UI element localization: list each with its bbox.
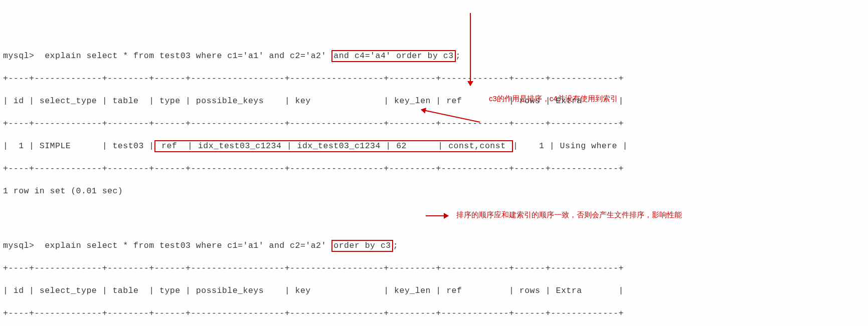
row-cells-left: | 1 | SIMPLE | test03 | — [3, 141, 154, 151]
mysql-prompt: mysql> — [3, 51, 40, 61]
sql-text: ; — [456, 51, 461, 61]
highlight-row-1: ref | idx_test03_c1234 | idx_test03_c123… — [154, 140, 513, 152]
table-sep: +----+-------------+--------+------+----… — [3, 307, 865, 320]
table-row: | 1 | SIMPLE | test03 | ref | idx_test03… — [3, 140, 865, 153]
row-cells-right: | 1 | Using where | — [513, 141, 628, 151]
table-sep: +----+-------------+--------+------+----… — [3, 262, 865, 275]
table-sep: +----+-------------+--------+------+----… — [3, 117, 865, 130]
table-sep: +----+-------------+--------+------+----… — [3, 162, 865, 175]
annotation-text-2: 排序的顺序应和建索引的顺序一致，否则会产生文件排序，影响性能 — [456, 210, 682, 220]
highlight-clause-1: and c4='a4' order by c3 — [331, 50, 455, 62]
blank-line — [3, 207, 865, 220]
sql-text: ; — [393, 241, 398, 250]
arrow-right-icon — [426, 215, 448, 216]
result-footer: 1 row in set (0.01 sec) — [3, 185, 865, 198]
table-header: | id | select_type | table | type | poss… — [3, 284, 865, 297]
sql-text: explain select * from test03 where c1='a… — [45, 241, 331, 250]
annotation-text-1: c3的作用是排序，c4并没有使用到索引 — [489, 94, 618, 104]
arrow-down-icon — [470, 13, 471, 86]
prompt-line-1: mysql> explain select * from test03 wher… — [3, 50, 865, 63]
table-header: | id | select_type | table | type | poss… — [3, 95, 865, 108]
prompt-line-2: mysql> explain select * from test03 wher… — [3, 239, 865, 252]
mysql-prompt: mysql> — [3, 241, 40, 250]
table-sep: +----+-------------+--------+------+----… — [3, 72, 865, 85]
highlight-clause-2: order by c3 — [331, 240, 393, 252]
sql-text: explain select * from test03 where c1='a… — [45, 51, 331, 61]
